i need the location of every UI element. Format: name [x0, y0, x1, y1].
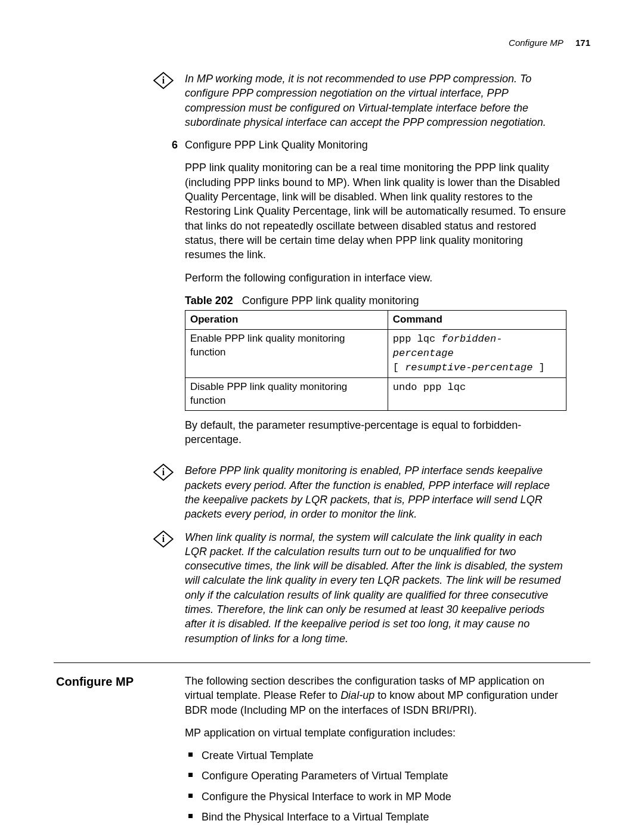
note-gutter: i: [54, 530, 185, 552]
note-block: i When link quality is normal, the syste…: [54, 530, 590, 646]
header-page-number: 171: [575, 38, 590, 48]
includes-line: MP application on virtual template confi…: [185, 726, 566, 740]
list-item: Configure the Physical Interface to work…: [185, 789, 566, 804]
note-text: Before PPP link quality monitoring is en…: [185, 463, 566, 521]
table-label: Table 202: [185, 295, 233, 306]
side-heading: Configure MP: [56, 674, 134, 690]
step-title: Configure PPP Link Quality Monitoring: [185, 138, 566, 152]
cell-command: undo ppp lqc: [388, 377, 566, 410]
svg-text:i: i: [162, 75, 165, 85]
svg-text:i: i: [162, 467, 165, 478]
command-table: Operation Command Enable PPP link qualit…: [185, 310, 566, 411]
info-icon: i: [153, 72, 174, 93]
page: Configure MP 171 i In MP working mode, i…: [0, 0, 644, 833]
intro-paragraph: The following section describes the conf…: [185, 674, 566, 717]
side-heading-gutter: Configure MP: [54, 674, 185, 690]
list-item: Create Virtual Template: [185, 748, 566, 763]
table-caption-text: Configure PPP link quality monitoring: [242, 295, 419, 306]
paragraph-row: PPP link quality monitoring can be a rea…: [54, 160, 590, 455]
cell-operation: Disable PPP link quality monitoring func…: [185, 377, 388, 410]
col-operation: Operation: [185, 311, 388, 330]
step-number: 6: [54, 138, 185, 152]
note-text: When link quality is normal, the system …: [185, 530, 566, 646]
svg-text:i: i: [162, 534, 165, 544]
header-section: Configure MP: [509, 38, 564, 48]
cell-operation: Enable PPP link quality monitoring funct…: [185, 330, 388, 378]
list-item: Bind the Physical Interface to a Virtual…: [185, 810, 566, 824]
table-row: Enable PPP link quality monitoring funct…: [185, 330, 566, 378]
info-icon: i: [153, 530, 174, 552]
note-block: i In MP working mode, it is not recommen…: [54, 72, 590, 129]
section-divider: [54, 662, 590, 663]
table-header-row: Operation Command: [185, 311, 566, 330]
content: i In MP working mode, it is not recommen…: [54, 72, 590, 830]
step-body: PPP link quality monitoring can be a rea…: [185, 160, 566, 455]
after-table-text: By default, the parameter resumptive-per…: [185, 418, 566, 447]
note-text: In MP working mode, it is not recommende…: [185, 72, 566, 129]
bullet-list: Create Virtual Template Configure Operat…: [185, 748, 566, 824]
section-body: The following section describes the conf…: [185, 674, 566, 830]
dialup-ref: Dial-up: [340, 689, 374, 701]
cell-command: ppp lqc forbidden-percentage [ resumptiv…: [388, 330, 566, 378]
running-header: Configure MP 171: [509, 37, 590, 49]
table-row: Disable PPP link quality monitoring func…: [185, 377, 566, 410]
table-caption: Table 202 Configure PPP link quality mon…: [185, 293, 566, 308]
note-gutter: i: [54, 72, 185, 93]
body-text: PPP link quality monitoring can be a rea…: [185, 160, 566, 262]
note-block: i Before PPP link quality monitoring is …: [54, 463, 590, 521]
note-gutter: i: [54, 463, 185, 485]
section-row: Configure MP The following section descr…: [54, 674, 590, 830]
perform-line: Perform the following configuration in i…: [185, 271, 566, 285]
list-item: Configure Operating Parameters of Virtua…: [185, 769, 566, 783]
step-row: 6 Configure PPP Link Quality Monitoring: [54, 138, 590, 152]
info-icon: i: [153, 463, 174, 485]
col-command: Command: [388, 311, 566, 330]
